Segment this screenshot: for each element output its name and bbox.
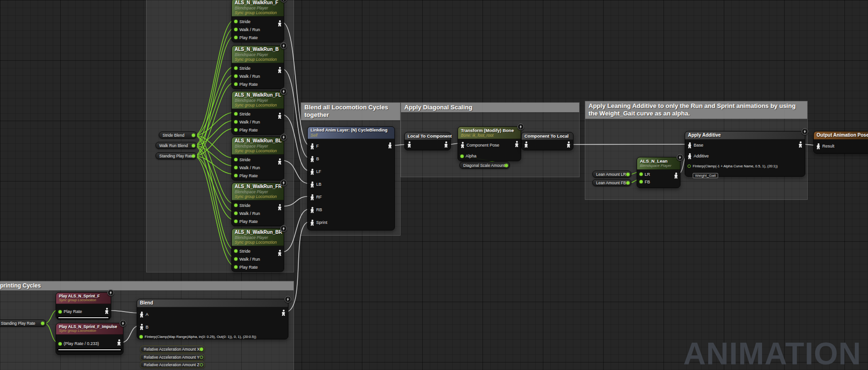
variable-pill-diagonal-scale-amount[interactable]: Diagonal Scale Amount: [459, 162, 510, 169]
node-play-als-n-sprint-f[interactable]: Play ALS_N_Sprint_F Sync group Locomotio…: [56, 292, 111, 320]
pose-output-pin[interactable]: [281, 310, 286, 316]
float-input-pin[interactable]: [234, 82, 237, 86]
pose-input-pin[interactable]: [310, 143, 314, 149]
pose-input-pin[interactable]: [310, 169, 314, 175]
blendspace-player-node[interactable]: ALS_N_WalkRun_BR Blendspace Player Sync …: [231, 228, 284, 272]
pose-output-pin[interactable]: [278, 204, 282, 210]
float-input-pin[interactable]: [234, 74, 237, 78]
fast-path-icon: [107, 289, 114, 296]
float-input-pin[interactable]: [639, 180, 643, 183]
float-input-pin[interactable]: [234, 249, 237, 253]
float-input-pin[interactable]: [58, 342, 62, 345]
pose-output-pin[interactable]: [117, 339, 121, 345]
float-input-pin[interactable]: [234, 220, 237, 223]
pose-input-pin[interactable]: [816, 143, 820, 149]
float-input-pin[interactable]: [234, 212, 237, 215]
float-input-pin[interactable]: [639, 173, 643, 176]
pose-input-pin[interactable]: [139, 324, 144, 330]
fast-path-icon: [802, 128, 808, 135]
float-output-pin[interactable]: [192, 144, 195, 147]
pose-output-pin[interactable]: [278, 158, 282, 164]
variable-pill-relative-acceleration-x[interactable]: Relative Acceleration Amount X: [140, 345, 205, 353]
variable-pill-relative-acceleration-y[interactable]: Relative Acceleration Amount Y: [140, 354, 205, 361]
node-component-to-local[interactable]: Component To Local: [521, 132, 573, 150]
float-input-pin[interactable]: [234, 265, 237, 269]
blendspace-player-node[interactable]: ALS_N_WalkRun_FR Blendspace Player Sync …: [231, 182, 284, 226]
node-output-animation-pose[interactable]: Output Animation Pose Result: [813, 131, 868, 154]
pose-output-pin[interactable]: [674, 173, 678, 179]
blendspace-player-node[interactable]: ALS_N_WalkRun_FL Blendspace Player Sync …: [231, 91, 284, 135]
pose-output-pin[interactable]: [278, 20, 282, 26]
float-input-pin[interactable]: [234, 20, 237, 23]
pose-output-pin[interactable]: [566, 141, 571, 148]
pose-input-pin[interactable]: [139, 312, 144, 318]
pose-output-pin[interactable]: [515, 141, 519, 147]
node-header: ALS_N_WalkRun_BL Blendspace Player Sync …: [232, 137, 284, 155]
node-linked-anim-layer[interactable]: Linked Anim Layer: (N) CycleBlending Sel…: [307, 126, 395, 230]
float-input-pin[interactable]: [234, 66, 237, 70]
pose-input-pin[interactable]: [310, 207, 314, 213]
float-input-pin[interactable]: [234, 158, 237, 161]
float-input-pin[interactable]: [234, 112, 237, 115]
pose-output-pin[interactable]: [278, 67, 282, 73]
animgraph-canvas[interactable]: Blend all Locomotion Cycles together App…: [0, 0, 868, 370]
float-input-pin[interactable]: [688, 164, 691, 168]
float-input-pin[interactable]: [234, 204, 237, 207]
pose-input-pin[interactable]: [524, 141, 528, 148]
pose-input-pin[interactable]: [688, 142, 692, 148]
variable-pill-relative-acceleration-z[interactable]: Relative Acceleration Amount Z: [140, 361, 205, 368]
pose-input-pin[interactable]: [310, 181, 314, 188]
pose-input-pin[interactable]: [310, 194, 314, 200]
pill-label: Diagonal Scale Amount: [463, 163, 505, 168]
float-output-pin[interactable]: [626, 181, 630, 184]
float-input-pin[interactable]: [460, 155, 464, 158]
pin-label: LF: [316, 169, 321, 174]
float-output-pin[interactable]: [200, 355, 203, 359]
node-local-to-component[interactable]: Local To Component: [404, 132, 451, 150]
variable-pill-stride-blend[interactable]: Stride Blend: [159, 132, 197, 139]
float-input-pin[interactable]: [234, 28, 237, 31]
float-input-pin[interactable]: [234, 166, 237, 169]
pose-input-pin[interactable]: [460, 142, 465, 148]
float-output-pin[interactable]: [192, 154, 195, 157]
fast-path-icon: [280, 42, 287, 49]
float-input-pin[interactable]: [139, 335, 143, 338]
float-output-pin[interactable]: [200, 363, 203, 366]
variable-pill-standing-play-rate[interactable]: Standing Play Rate: [156, 152, 197, 159]
float-output-pin[interactable]: [192, 133, 195, 137]
float-output-pin[interactable]: [626, 173, 630, 176]
pose-output-pin[interactable]: [388, 142, 392, 148]
blendspace-player-node[interactable]: ALS_N_WalkRun_B Blendspace Player Sync g…: [231, 45, 284, 89]
variable-pill-walk-run-blend[interactable]: Walk Run Blend: [156, 142, 197, 149]
float-input-pin[interactable]: [234, 174, 237, 177]
pose-output-pin[interactable]: [798, 141, 802, 148]
pose-input-pin[interactable]: [310, 220, 314, 226]
float-input-pin[interactable]: [234, 120, 237, 123]
float-output-pin[interactable]: [200, 347, 203, 351]
pose-output-pin[interactable]: [278, 113, 282, 119]
float-input-pin[interactable]: [234, 128, 237, 132]
pose-output-pin[interactable]: [444, 141, 448, 148]
fast-path-icon: [677, 154, 683, 161]
variable-pill-standing-play-rate[interactable]: Standing Play Rate: [0, 320, 46, 327]
node-als-n-lean[interactable]: ALS_N_Lean Blendspace Player LR FB: [637, 157, 680, 188]
node-apply-additive[interactable]: Apply Additive Base Additive FInterp(Cla…: [685, 131, 805, 177]
pose-output-pin[interactable]: [105, 308, 109, 314]
node-transform-modify-bone[interactable]: Transform (Modify) Bone Bone: ik_foot_ro…: [458, 126, 521, 161]
blendspace-player-node[interactable]: ALS_N_WalkRun_BL Blendspace Player Sync …: [231, 137, 284, 181]
blendspace-player-node[interactable]: ALS_N_WalkRun_F Blendspace Player Sync g…: [231, 0, 284, 42]
variable-pill-lean-amount-fb[interactable]: Lean Amount FB: [592, 179, 631, 186]
float-input-pin[interactable]: [58, 310, 62, 313]
float-output-pin[interactable]: [505, 164, 508, 167]
float-input-pin[interactable]: [234, 257, 237, 261]
float-output-pin[interactable]: [41, 321, 44, 325]
pose-input-pin[interactable]: [310, 156, 314, 162]
pin-label: Walk / Run: [239, 257, 260, 262]
node-blend[interactable]: Blend A B FInterp(Clamp(Map Range(Alpha,…: [137, 299, 288, 339]
pose-input-pin[interactable]: [407, 141, 411, 148]
variable-pill-lean-amount-lr[interactable]: Lean Amount LR: [592, 171, 631, 178]
pose-output-pin[interactable]: [278, 250, 282, 256]
float-input-pin[interactable]: [234, 36, 237, 39]
node-play-als-n-sprint-f-impulse[interactable]: Play ALS_N_Sprint_F_Impulse Sync group L…: [56, 323, 123, 355]
pose-input-pin[interactable]: [688, 153, 692, 159]
